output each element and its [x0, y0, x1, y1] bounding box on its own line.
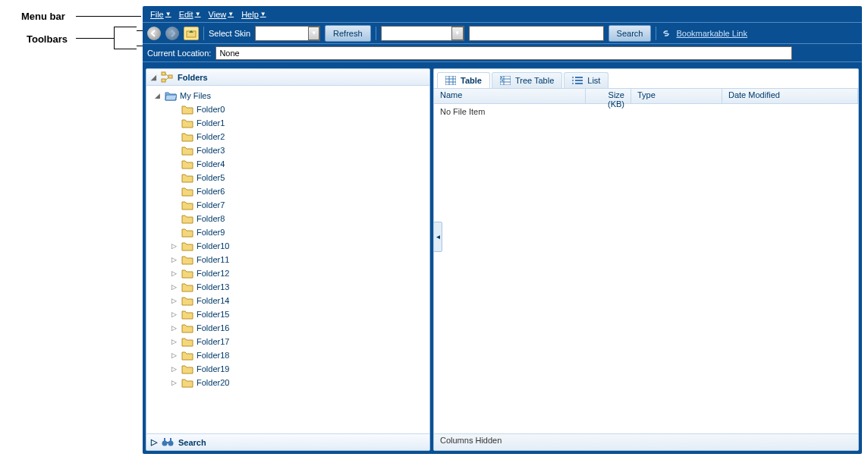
tree-item-label: Folder19: [197, 364, 229, 373]
tree-item[interactable]: ▷Folder19: [146, 362, 429, 376]
tree-item[interactable]: ▷Folder20: [146, 376, 429, 389]
menu-help[interactable]: Help▼: [238, 8, 269, 20]
table-body: No File Item: [434, 104, 858, 433]
column-name[interactable]: Name: [434, 89, 586, 103]
tree-item[interactable]: ▷Folder17: [146, 335, 429, 348]
separator: [656, 27, 656, 40]
menu-view[interactable]: View▼: [206, 8, 237, 20]
tree-item[interactable]: Folder3: [146, 143, 429, 157]
tree-item-label: Folder1: [197, 118, 225, 128]
panel-splitter[interactable]: ◂: [433, 222, 442, 252]
tree-item-label: Folder17: [197, 337, 229, 346]
tree-item[interactable]: Folder1: [146, 116, 429, 130]
current-location-input[interactable]: [215, 46, 792, 60]
nav-back-button[interactable]: [147, 27, 161, 40]
tree-item[interactable]: ▷Folder15: [146, 307, 429, 321]
menu-file[interactable]: File▼: [147, 8, 175, 20]
caret-down-icon: ▼: [165, 11, 171, 17]
tree-item[interactable]: Folder4: [146, 157, 429, 171]
disclosure-right-icon[interactable]: ▷: [169, 297, 178, 304]
caret-down-icon: ▼: [195, 11, 201, 17]
disclosure-right-icon[interactable]: ▷: [169, 324, 178, 332]
disclosure-right-icon[interactable]: ▷: [169, 351, 178, 359]
folder-icon: [181, 350, 193, 361]
folder-icon: [181, 159, 193, 169]
tree-item[interactable]: ▷Folder13: [146, 280, 429, 294]
folders-header[interactable]: ◢ Folders: [146, 69, 429, 86]
tree-root[interactable]: ◢ My Files: [146, 89, 429, 102]
tree-item[interactable]: ▷Folder12: [146, 266, 429, 280]
tab-tree-table-label: Tree Table: [515, 76, 554, 85]
menu-edit[interactable]: Edit▼: [176, 8, 204, 20]
folders-panel: ◢ Folders ◢ My Files Folder0Folder1Folde…: [146, 68, 430, 451]
column-size[interactable]: Size (KB): [586, 89, 631, 103]
folders-tree-icon: [161, 71, 173, 83]
svg-rect-8: [165, 442, 170, 443]
tab-table[interactable]: Table: [437, 72, 490, 88]
refresh-button[interactable]: Refresh: [325, 25, 371, 42]
tree-item-label: Folder13: [197, 282, 229, 291]
search-input[interactable]: [469, 26, 604, 41]
tree-item[interactable]: ▷Folder14: [146, 294, 429, 307]
skin-combo-input[interactable]: [256, 27, 308, 40]
annotation-line-4: [137, 46, 143, 46]
filter-combo-input[interactable]: [382, 27, 451, 40]
folder-icon: [181, 104, 193, 115]
svg-point-18: [501, 77, 502, 78]
tree-item[interactable]: Folder0: [146, 102, 429, 116]
tree-item[interactable]: Folder2: [146, 130, 429, 143]
tab-list[interactable]: List: [564, 72, 609, 88]
tree-item-label: Folder7: [197, 200, 225, 210]
annotation-line-2: [76, 38, 114, 39]
disclosure-right-icon[interactable]: ▷: [169, 379, 178, 386]
folder-icon: [181, 336, 193, 347]
skin-combo[interactable]: ▼: [255, 26, 320, 41]
search-button[interactable]: Search: [609, 25, 652, 42]
disclosure-right-icon[interactable]: ▷: [169, 338, 178, 345]
nav-up-button[interactable]: [184, 27, 199, 40]
disclosure-down-icon[interactable]: ◢: [151, 74, 156, 81]
svg-rect-6: [164, 438, 165, 441]
caret-down-icon: ▼: [311, 30, 317, 36]
table-footer: Columns Hidden: [434, 433, 858, 450]
disclosure-right-icon[interactable]: ▷: [169, 256, 178, 263]
column-date-modified[interactable]: Date Modified: [722, 89, 858, 103]
disclosure-right-icon[interactable]: ▷: [169, 365, 178, 373]
folder-icon: [181, 282, 193, 292]
bookmarkable-link[interactable]: Bookmarkable Link: [676, 29, 747, 38]
disclosure-right-icon[interactable]: ▷: [151, 437, 157, 447]
tree-item-label: Folder20: [197, 378, 229, 387]
folder-icon: [181, 186, 193, 197]
column-type[interactable]: Type: [631, 89, 722, 103]
folder-icon: [181, 241, 193, 251]
tree-item[interactable]: ▷Folder11: [146, 253, 429, 266]
tree-item[interactable]: Folder5: [146, 171, 429, 184]
search-section-header[interactable]: ▷ Search: [146, 433, 429, 450]
tree-item[interactable]: Folder6: [146, 184, 429, 198]
nav-forward-button[interactable]: [165, 27, 179, 40]
tree-item-label: Folder5: [197, 173, 225, 182]
folder-icon: [181, 200, 193, 210]
skin-combo-dropdown[interactable]: ▼: [308, 27, 319, 40]
tree-item[interactable]: ▷Folder16: [146, 321, 429, 335]
svg-point-19: [502, 80, 503, 81]
tree-item[interactable]: ▷Folder10: [146, 239, 429, 253]
disclosure-right-icon[interactable]: ▷: [169, 269, 178, 277]
disclosure-down-icon[interactable]: ◢: [153, 92, 162, 99]
svg-rect-7: [170, 438, 171, 441]
tree-item[interactable]: ▷Folder18: [146, 348, 429, 362]
tree-item[interactable]: Folder7: [146, 198, 429, 212]
tree-item[interactable]: Folder9: [146, 225, 429, 239]
filter-combo[interactable]: ▼: [381, 26, 464, 41]
folder-icon: [181, 213, 193, 224]
disclosure-right-icon[interactable]: ▷: [169, 310, 178, 318]
menu-bar: File▼ Edit▼ View▼ Help▼: [143, 6, 862, 23]
filter-combo-dropdown[interactable]: ▼: [451, 27, 464, 40]
disclosure-right-icon[interactable]: ▷: [169, 283, 178, 291]
folder-up-icon: [186, 29, 197, 38]
folder-tree: ◢ My Files Folder0Folder1Folder2Folder3F…: [146, 86, 429, 433]
tab-tree-table[interactable]: Tree Table: [492, 72, 562, 88]
disclosure-right-icon[interactable]: ▷: [169, 242, 178, 250]
tree-item[interactable]: Folder8: [146, 212, 429, 225]
list-icon: [572, 75, 583, 86]
